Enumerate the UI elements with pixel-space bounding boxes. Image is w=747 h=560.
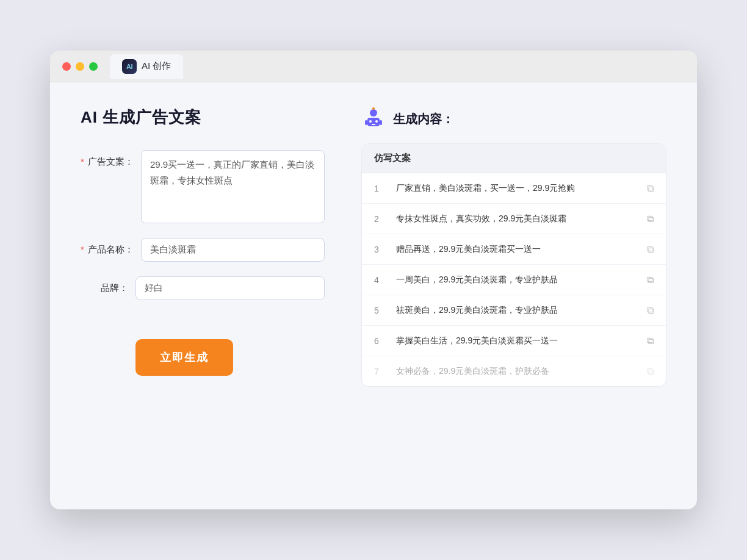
tab-ai-creation[interactable]: AI AI 创作 <box>110 54 183 79</box>
content-area: AI 生成广告文案 * 广告文案： 29.9买一送一，真正的厂家直销，美白淡斑霜… <box>50 82 697 509</box>
minimize-button[interactable] <box>76 62 84 71</box>
table-row: 1 厂家直销，美白淡斑霜，买一送一，29.9元抢购 ⧉ <box>362 173 666 204</box>
table-row: 3 赠品再送，29.9元美白淡斑霜买一送一 ⧉ <box>362 234 666 265</box>
table-row: 5 祛斑美白，29.9元美白淡斑霜，专业护肤品 ⧉ <box>362 295 666 326</box>
row-text: 专抹女性斑点，真实功效，29.9元美白淡斑霜 <box>396 212 637 225</box>
svg-point-6 <box>372 107 375 110</box>
row-number: 6 <box>374 336 386 346</box>
ai-badge-icon: AI <box>122 59 137 74</box>
robot-icon <box>361 107 386 131</box>
form-group-ad-copy: * 广告文案： 29.9买一送一，真正的厂家直销，美白淡斑霜，专抹女性斑点 <box>81 150 325 223</box>
result-rows-container: 1 厂家直销，美白淡斑霜，买一送一，29.9元抢购 ⧉ 2 专抹女性斑点，真实功… <box>362 173 666 386</box>
result-header: 生成内容： <box>361 107 666 131</box>
svg-rect-8 <box>380 120 382 125</box>
generate-button[interactable]: 立即生成 <box>135 339 233 376</box>
row-number: 7 <box>374 367 386 376</box>
copy-icon[interactable]: ⧉ <box>647 183 654 194</box>
row-text: 厂家直销，美白淡斑霜，买一送一，29.9元抢购 <box>396 182 637 195</box>
row-number: 5 <box>374 306 386 315</box>
product-name-label: * 产品名称： <box>81 238 141 256</box>
svg-point-3 <box>375 120 378 123</box>
maximize-button[interactable] <box>89 62 98 71</box>
row-number: 2 <box>374 214 386 224</box>
svg-rect-7 <box>365 120 367 125</box>
required-star-ad-copy: * <box>81 156 84 167</box>
copy-icon[interactable]: ⧉ <box>647 366 654 377</box>
page-title: AI 生成广告文案 <box>81 107 325 128</box>
copy-icon[interactable]: ⧉ <box>647 244 654 255</box>
required-star-product: * <box>81 244 84 254</box>
row-text: 祛斑美白，29.9元美白淡斑霜，专业护肤品 <box>396 304 637 317</box>
product-name-input[interactable]: 美白淡斑霜 <box>141 238 325 262</box>
table-row: 6 掌握美白生活，29.9元美白淡斑霜买一送一 ⧉ <box>362 326 666 356</box>
result-table: 仿写文案 1 厂家直销，美白淡斑霜，买一送一，29.9元抢购 ⧉ 2 专抹女性斑… <box>361 143 666 387</box>
row-number: 3 <box>374 245 386 254</box>
ad-copy-textarea[interactable]: 29.9买一送一，真正的厂家直销，美白淡斑霜，专抹女性斑点 <box>141 150 325 223</box>
row-text: 女神必备，29.9元美白淡斑霜，护肤必备 <box>396 365 637 378</box>
copy-icon[interactable]: ⧉ <box>647 275 654 285</box>
left-panel: AI 生成广告文案 * 广告文案： 29.9买一送一，真正的厂家直销，美白淡斑霜… <box>81 107 325 485</box>
close-button[interactable] <box>62 62 71 71</box>
right-panel: 生成内容： 仿写文案 1 厂家直销，美白淡斑霜，买一送一，29.9元抢购 ⧉ 2… <box>361 107 666 485</box>
table-row: 7 女神必备，29.9元美白淡斑霜，护肤必备 ⧉ <box>362 356 666 386</box>
table-header: 仿写文案 <box>362 144 666 173</box>
copy-icon[interactable]: ⧉ <box>647 336 654 346</box>
copy-icon[interactable]: ⧉ <box>647 305 654 316</box>
row-number: 1 <box>374 184 386 193</box>
brand-label: 品牌： <box>81 276 135 294</box>
result-title: 生成内容： <box>393 111 454 127</box>
row-text: 掌握美白生活，29.9元美白淡斑霜买一送一 <box>396 334 637 347</box>
row-text: 赠品再送，29.9元美白淡斑霜买一送一 <box>396 243 637 256</box>
browser-window: AI AI 创作 AI 生成广告文案 * 广告文案： 29.9买一送一，真正的厂… <box>50 51 697 509</box>
form-group-product-name: * 产品名称： 美白淡斑霜 <box>81 238 325 262</box>
table-row: 4 一周美白，29.9元美白淡斑霜，专业护肤品 ⧉ <box>362 265 666 295</box>
tab-label: AI 创作 <box>142 60 171 72</box>
table-row: 2 专抹女性斑点，真实功效，29.9元美白淡斑霜 ⧉ <box>362 204 666 234</box>
form-group-brand: 品牌： 好白 <box>81 276 325 300</box>
ad-copy-label: * 广告文案： <box>81 150 141 168</box>
row-number: 4 <box>374 275 386 285</box>
svg-point-2 <box>369 120 372 123</box>
svg-rect-4 <box>372 124 375 125</box>
copy-icon[interactable]: ⧉ <box>647 214 654 224</box>
traffic-lights <box>62 62 98 71</box>
row-text: 一周美白，29.9元美白淡斑霜，专业护肤品 <box>396 273 637 286</box>
title-bar: AI AI 创作 <box>50 51 697 82</box>
brand-input[interactable]: 好白 <box>135 276 325 300</box>
